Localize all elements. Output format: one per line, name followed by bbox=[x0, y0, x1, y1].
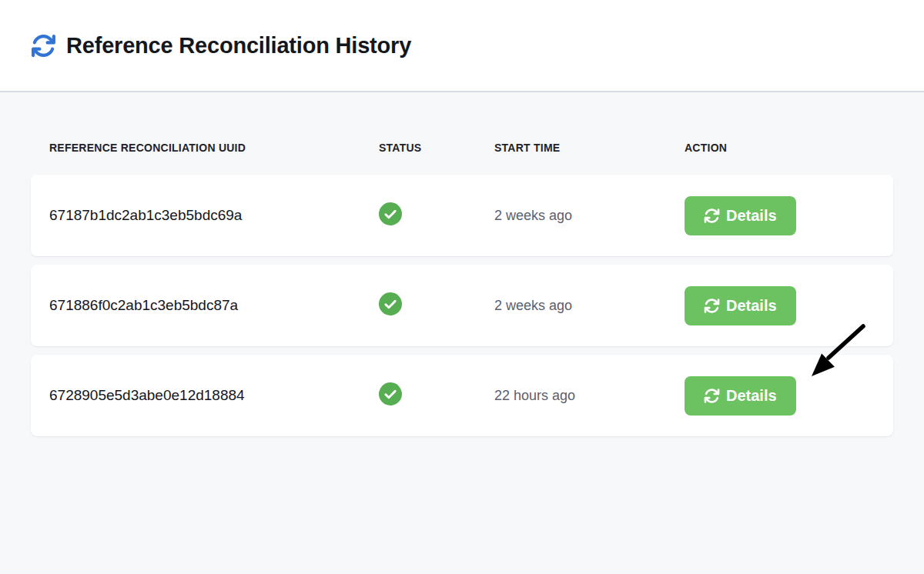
row-status bbox=[379, 202, 494, 229]
details-button[interactable]: Details bbox=[685, 196, 796, 235]
row-status bbox=[379, 292, 494, 319]
column-header-action: ACTION bbox=[685, 142, 893, 154]
table-row: 67187b1dc2ab1c3eb5bdc69a 2 weeks ago Det… bbox=[31, 175, 893, 256]
row-uuid: 6728905e5d3abe0e12d18884 bbox=[49, 387, 379, 404]
table-row: 6728905e5d3abe0e12d18884 22 hours ago De… bbox=[31, 355, 893, 436]
details-button-label: Details bbox=[726, 207, 777, 225]
details-button[interactable]: Details bbox=[685, 286, 796, 325]
check-circle-icon bbox=[379, 202, 402, 225]
details-button[interactable]: Details bbox=[685, 376, 796, 415]
details-button-label: Details bbox=[726, 297, 777, 315]
reconciliation-history-list: REFERENCE RECONCILIATION UUID STATUS STA… bbox=[31, 92, 893, 436]
row-status bbox=[379, 382, 494, 409]
sync-icon bbox=[31, 33, 56, 58]
row-start-time: 22 hours ago bbox=[494, 388, 685, 404]
sync-icon bbox=[704, 208, 720, 224]
row-action: Details bbox=[685, 286, 893, 325]
check-circle-icon bbox=[379, 382, 402, 405]
row-action: Details bbox=[685, 376, 893, 415]
row-uuid: 671886f0c2ab1c3eb5bdc87a bbox=[49, 297, 379, 314]
page-title: Reference Reconciliation History bbox=[66, 33, 411, 58]
column-header-status: STATUS bbox=[379, 142, 494, 154]
sync-icon bbox=[704, 298, 720, 314]
sync-icon bbox=[704, 388, 720, 404]
row-start-time: 2 weeks ago bbox=[494, 298, 685, 314]
column-header-start-time: START TIME bbox=[494, 142, 685, 154]
table-header-row: REFERENCE RECONCILIATION UUID STATUS STA… bbox=[31, 142, 893, 154]
details-button-label: Details bbox=[726, 387, 777, 405]
row-uuid: 67187b1dc2ab1c3eb5bdc69a bbox=[49, 207, 379, 224]
row-start-time: 2 weeks ago bbox=[494, 208, 685, 224]
row-action: Details bbox=[685, 196, 893, 235]
check-circle-icon bbox=[379, 292, 402, 315]
page-header: Reference Reconciliation History bbox=[0, 0, 924, 92]
column-header-uuid: REFERENCE RECONCILIATION UUID bbox=[49, 142, 379, 154]
table-row: 671886f0c2ab1c3eb5bdc87a 2 weeks ago Det… bbox=[31, 265, 893, 346]
